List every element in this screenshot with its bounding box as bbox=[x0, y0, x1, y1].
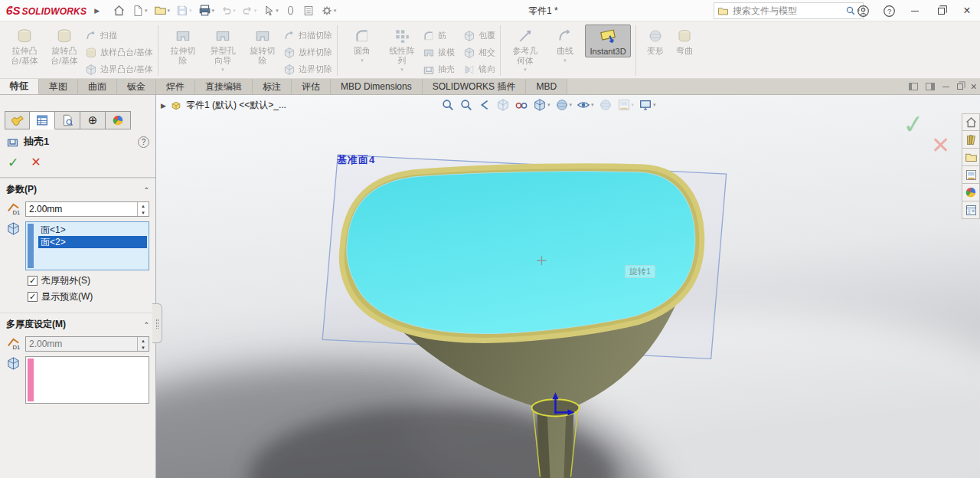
home-button[interactable] bbox=[110, 2, 128, 18]
flyout-tree-arrow-icon[interactable]: ▶ bbox=[161, 102, 166, 110]
apply-scene-icon[interactable]: ▾ bbox=[617, 98, 635, 112]
tab-direct-editing[interactable]: 直接编辑 bbox=[195, 79, 253, 94]
checkbox-checked-icon[interactable]: ✓ bbox=[28, 276, 38, 286]
confirmation-corner-ok[interactable]: ✓ bbox=[901, 108, 926, 141]
previous-view-icon[interactable] bbox=[478, 98, 492, 112]
pm-ok-button[interactable]: ✓ bbox=[8, 155, 18, 171]
lofted-cut-button[interactable]: 放样切除 bbox=[283, 45, 332, 60]
plane-annotation-label[interactable]: 基准面4 bbox=[337, 153, 375, 167]
search-scope-folder-icon[interactable] bbox=[717, 5, 729, 17]
spin-up-icon[interactable]: ▲ bbox=[138, 202, 149, 209]
redo-button[interactable]: ▾ bbox=[240, 3, 260, 18]
fillet-button[interactable]: 圆角 ▾ bbox=[342, 25, 382, 64]
task-pane-home-icon[interactable] bbox=[962, 113, 980, 131]
shell-button[interactable]: 抽壳 bbox=[422, 62, 455, 77]
doc-minimize-button[interactable] bbox=[942, 87, 949, 87]
spin-up-icon[interactable]: ▲ bbox=[138, 337, 149, 344]
hide-show-items-icon[interactable]: ▾ bbox=[577, 98, 594, 112]
tab-sketch[interactable]: 草图 bbox=[39, 79, 78, 94]
view-orientation-icon[interactable]: ▾ bbox=[533, 98, 550, 112]
pm-help-icon[interactable]: ? bbox=[138, 136, 149, 148]
extruded-boss-button[interactable]: 拉伸凸 台/基体 bbox=[5, 25, 44, 65]
custom-properties-icon[interactable] bbox=[962, 201, 980, 219]
swept-cut-button[interactable]: 扫描切除 bbox=[283, 28, 332, 43]
zoom-to-area-icon[interactable] bbox=[459, 98, 473, 112]
help-icon[interactable] bbox=[876, 0, 902, 21]
deform-button[interactable]: 变形 bbox=[641, 25, 670, 56]
reference-geometry-button[interactable]: 参考几 何体 ▾ bbox=[505, 25, 545, 73]
pm-cancel-button[interactable]: ✕ bbox=[31, 155, 41, 171]
shell-thickness-spinner[interactable]: 2.00mm ▲▼ bbox=[25, 201, 149, 217]
confirmation-corner-cancel[interactable]: ✕ bbox=[931, 132, 950, 159]
search-input[interactable]: 搜索文件与模型 bbox=[733, 5, 845, 18]
select-tool-button[interactable]: ▾ bbox=[260, 3, 281, 18]
boundary-cut-button[interactable]: 边界切除 bbox=[283, 62, 332, 77]
zoom-to-fit-icon[interactable] bbox=[441, 98, 455, 112]
search-box[interactable]: 搜索文件与模型 ▾ bbox=[714, 2, 864, 19]
face-list-item[interactable]: 面<1> bbox=[38, 224, 147, 236]
dynamic-annotation-views-icon[interactable] bbox=[514, 98, 528, 112]
save-button[interactable]: ▾ bbox=[174, 3, 194, 18]
draft-button[interactable]: 拔模 bbox=[422, 45, 455, 60]
tab-mbd[interactable]: MBD bbox=[526, 79, 567, 94]
file-explorer-icon[interactable] bbox=[962, 149, 980, 166]
view-settings-icon[interactable]: ▾ bbox=[639, 98, 656, 112]
display-style-icon[interactable]: ▾ bbox=[555, 98, 573, 112]
edit-appearance-icon[interactable] bbox=[599, 98, 612, 112]
spin-down-icon[interactable]: ▼ bbox=[138, 209, 149, 216]
appearances-scenes-icon[interactable] bbox=[962, 184, 980, 201]
curves-caret[interactable]: ▾ bbox=[564, 57, 567, 64]
close-button[interactable]: × bbox=[954, 0, 980, 21]
reference-geometry-caret[interactable]: ▾ bbox=[524, 67, 527, 73]
swept-boss-button[interactable]: 扫描 bbox=[84, 28, 153, 43]
pane-left-icon[interactable] bbox=[909, 83, 918, 90]
tab-surfaces[interactable]: 曲面 bbox=[78, 79, 117, 94]
pane-right-icon[interactable] bbox=[926, 83, 935, 90]
tab-markup[interactable]: 标注 bbox=[253, 79, 292, 94]
linear-pattern-button[interactable]: 线性阵 列 ▾ bbox=[382, 25, 422, 73]
multi-thickness-spinner[interactable]: 2.00mm ▲▼ bbox=[25, 336, 149, 352]
tab-sheet-metal[interactable]: 钣金 bbox=[117, 79, 156, 94]
featuremanager-tree-tab[interactable] bbox=[5, 111, 30, 129]
tab-evaluate[interactable]: 评估 bbox=[292, 79, 331, 94]
shell-outward-checkbox-row[interactable]: ✓ 壳厚朝外(S) bbox=[0, 273, 155, 289]
minimize-button[interactable] bbox=[902, 0, 928, 21]
new-document-button[interactable]: ▾ bbox=[129, 3, 150, 18]
multi-thickness-face-list[interactable] bbox=[25, 356, 149, 404]
section-view-icon[interactable] bbox=[496, 98, 510, 112]
revolved-cut-button[interactable]: 旋转切 除 bbox=[243, 25, 283, 65]
linear-pattern-caret[interactable]: ▾ bbox=[400, 67, 403, 73]
wrap-button[interactable]: 包覆 bbox=[462, 28, 495, 43]
fillet-caret[interactable]: ▾ bbox=[361, 57, 364, 64]
rib-button[interactable]: 筋 bbox=[422, 28, 455, 43]
curves-button[interactable]: 曲线 ▾ bbox=[545, 25, 585, 64]
checkbox-checked-icon[interactable]: ✓ bbox=[28, 292, 38, 302]
hole-wizard-button[interactable]: 异型孔 向导 ▾ bbox=[203, 25, 243, 73]
tab-features[interactable]: 特征 bbox=[0, 79, 39, 94]
flyout-tree-label[interactable]: 零件1 (默认) <<默认>_... bbox=[186, 99, 286, 112]
viewport-breadcrumb[interactable]: ▶ 零件1 (默认) <<默认>_... bbox=[161, 99, 286, 112]
face-list-item-selected[interactable]: 面<2> bbox=[38, 236, 147, 248]
instant3d-button[interactable]: Instant3D bbox=[585, 25, 631, 57]
design-library-icon[interactable] bbox=[962, 131, 980, 149]
panel-splitter-handle[interactable] bbox=[152, 303, 162, 343]
funnel-top-face[interactable] bbox=[347, 172, 695, 334]
undo-button[interactable]: ▾ bbox=[218, 3, 238, 18]
open-document-button[interactable]: ▾ bbox=[152, 2, 173, 18]
flex-button[interactable]: 弯曲 bbox=[670, 25, 699, 56]
intersect-button[interactable]: 相交 bbox=[462, 45, 495, 60]
mirror-button[interactable]: 镜向 bbox=[462, 62, 495, 77]
revolved-boss-button[interactable]: 旋转凸 台/基体 bbox=[44, 25, 84, 65]
doc-close-button[interactable]: × bbox=[971, 80, 977, 93]
graphics-viewport[interactable]: ▶ 零件1 (默认) <<默认>_... ▾ ▾ ▾ ▾ ▾ 基准面4 旋转1 … bbox=[156, 95, 980, 478]
tab-mbd-dimensions[interactable]: MBD Dimensions bbox=[331, 79, 423, 94]
tab-solidworks-addins[interactable]: SOLIDWORKS 插件 bbox=[423, 79, 527, 94]
configurationmanager-tab[interactable] bbox=[55, 111, 80, 129]
spin-down-icon[interactable]: ▼ bbox=[138, 344, 149, 351]
hole-wizard-caret[interactable]: ▾ bbox=[221, 67, 224, 73]
propertymanager-tab[interactable] bbox=[30, 111, 55, 129]
feature-statistics-button[interactable] bbox=[300, 3, 317, 18]
multi-thickness-section-header[interactable]: 多厚度设定(M)⌃ bbox=[0, 313, 155, 334]
show-preview-checkbox-row[interactable]: ✓ 显示预览(W) bbox=[0, 289, 155, 305]
restore-button[interactable] bbox=[928, 0, 954, 21]
